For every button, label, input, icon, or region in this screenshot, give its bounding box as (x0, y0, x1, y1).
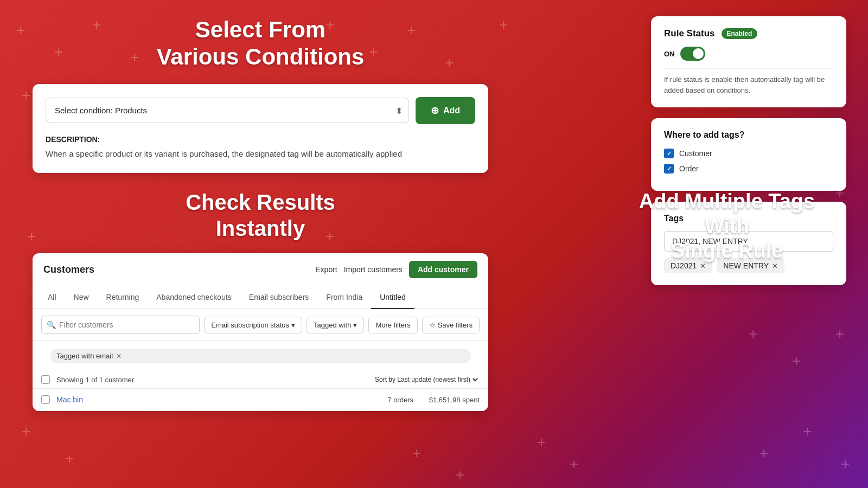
customers-title: Customers (43, 264, 94, 275)
tab-email-subscribers[interactable]: Email subscribers (240, 286, 317, 309)
condition-select-wrapper: Select condtion: Products Select condtio… (46, 98, 409, 123)
customers-actions: Export Import customers Add customer (315, 261, 477, 278)
export-link[interactable]: Export (315, 265, 337, 274)
customers-header: Customers Export Import customers Add cu… (33, 253, 488, 286)
tab-abandoned[interactable]: Abandoned checkouts (148, 286, 240, 309)
enabled-badge: Enabled (722, 28, 758, 39)
active-filters-row: Tagged with email ✕ (33, 341, 488, 371)
tab-all[interactable]: All (39, 286, 65, 309)
add-circle-icon: ⊕ (431, 105, 439, 117)
rule-description: If rule status is enable then automatica… (664, 68, 833, 95)
email-filter-chevron-icon: ▾ (291, 321, 295, 329)
email-subscription-filter-button[interactable]: Email subscription status ▾ (204, 317, 302, 333)
customers-card: Customers Export Import customers Add cu… (33, 253, 488, 411)
filter-customers-input[interactable] (41, 316, 200, 334)
rule-status-row: Rule Status Enabled (664, 28, 833, 39)
tagged-with-filter-button[interactable]: Tagged with ▾ (307, 317, 364, 333)
tab-returning[interactable]: Returning (98, 286, 148, 309)
save-filters-button[interactable]: ☆ Save filters (422, 317, 480, 333)
customer-spent: $1,651.98 spent (420, 396, 480, 404)
customer-checkbox-checked[interactable] (664, 149, 674, 158)
right-panel: Rule Status Enabled ON If rule status is… (651, 16, 846, 285)
toggle-row: ON (664, 47, 833, 61)
remove-filter-button[interactable]: ✕ (116, 352, 122, 360)
tab-new[interactable]: New (65, 286, 98, 309)
order-option-label: Order (679, 164, 699, 173)
import-customers-link[interactable]: Import customers (344, 265, 403, 274)
description-text: When a specific product or its variant i… (46, 148, 475, 160)
add-condition-button[interactable]: ⊕ Add (416, 97, 475, 124)
description-label: DESCRIPTION: (46, 135, 475, 144)
where-to-add-tags-card: Where to add tags? Customer Order (651, 118, 846, 191)
section1-headline: Select From Various Conditions (33, 16, 488, 71)
more-filters-button[interactable]: More filters (368, 317, 417, 333)
rule-status-label: Rule Status (664, 28, 715, 39)
rule-status-toggle[interactable] (680, 47, 705, 61)
select-all-checkbox[interactable] (41, 375, 50, 384)
customer-row: Mac bin 7 orders $1,651.98 spent (33, 389, 488, 411)
table-header-row: Showing 1 of 1 customer Sort by Last upd… (33, 371, 488, 389)
customer-option-label: Customer (679, 149, 712, 158)
active-filter-chip: Tagged with email ✕ (50, 349, 471, 363)
add-customer-button[interactable]: Add customer (409, 261, 477, 278)
sort-select[interactable]: Sort by Last update (newest first) (373, 375, 480, 384)
filter-row: 🔍 Email subscription status ▾ Tagged wit… (33, 309, 488, 341)
customer-orders: 7 orders (370, 396, 413, 404)
tab-untitled[interactable]: Untitled (371, 286, 414, 309)
bottom-right-headline: Add Multiple Tags With Single Rule (629, 189, 825, 264)
active-filter-label: Tagged with email (56, 352, 113, 360)
tabs-row: All New Returning Abandoned checkouts Em… (33, 286, 488, 309)
tab-from-india[interactable]: From India (317, 286, 371, 309)
rule-status-card: Rule Status Enabled ON If rule status is… (651, 16, 846, 107)
order-checkbox-row: Order (664, 164, 833, 174)
customer-checkbox[interactable] (41, 395, 50, 404)
showing-count-text: Showing 1 of 1 customer (56, 376, 366, 384)
tagged-chevron-icon: ▾ (353, 321, 357, 329)
description-section: DESCRIPTION: When a specific product or … (46, 135, 475, 160)
star-icon: ☆ (429, 321, 436, 329)
customer-checkbox-row: Customer (664, 149, 833, 158)
search-wrapper: 🔍 (41, 316, 200, 334)
where-title: Where to add tags? (664, 130, 833, 140)
search-icon: 🔍 (47, 320, 56, 329)
toggle-on-label: ON (664, 50, 675, 58)
order-checkbox-checked[interactable] (664, 164, 674, 174)
condition-card: Select condtion: Products Select condtio… (33, 84, 488, 174)
section2-headline: Check Results Instantly (33, 189, 488, 241)
condition-select[interactable]: Select condtion: Products Select condtio… (46, 98, 409, 123)
customer-name[interactable]: Mac bin (56, 395, 363, 404)
